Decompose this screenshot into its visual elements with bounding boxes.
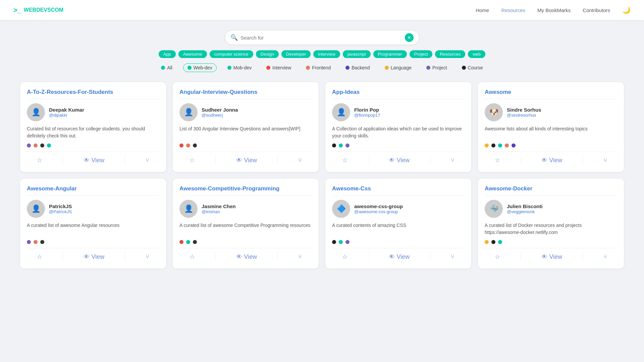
card-dot (498, 143, 502, 147)
author-handle[interactable]: @sudheerj (202, 113, 238, 118)
divider (583, 253, 583, 261)
fork-button[interactable]: ⑂ (296, 252, 305, 262)
tag-web[interactable]: web (468, 50, 485, 58)
author-info: Jasmine Chen@lnishan (202, 203, 236, 214)
nav-resources[interactable]: Resources (501, 7, 525, 13)
divider (63, 253, 63, 261)
logo-icon: >_ (13, 6, 21, 14)
filter-language[interactable]: Language (381, 64, 416, 72)
tag-programmer[interactable]: Programmer (373, 50, 407, 58)
star-button[interactable]: ☆ (339, 155, 350, 165)
card-dots (27, 143, 159, 147)
divider (430, 156, 430, 164)
star-button[interactable]: ☆ (34, 155, 45, 165)
card-dots (179, 240, 312, 244)
card-title[interactable]: A-To-Z-Resources-For-Students (27, 89, 159, 99)
view-button[interactable]: 👁View (539, 156, 565, 165)
tag-javascript[interactable]: javascript (343, 50, 371, 58)
card-author: 👤Sudheer Jonna@sudheerj (179, 103, 312, 121)
fork-button[interactable]: ⑂ (601, 156, 610, 165)
author-handle[interactable]: @PatrickJS (49, 209, 72, 214)
card-title[interactable]: Awesome-Angular (27, 185, 159, 196)
tag-interview[interactable]: interview (313, 50, 340, 58)
fork-icon: ⑂ (298, 253, 302, 260)
filter-all[interactable]: All (157, 64, 176, 72)
nav-contributors[interactable]: Contributors (583, 7, 610, 13)
tag-app[interactable]: App (159, 50, 176, 58)
view-button[interactable]: 👁View (386, 156, 413, 165)
fork-button[interactable]: ⑂ (601, 252, 610, 262)
tag-resources[interactable]: Resources (435, 50, 465, 58)
author-info: Deepak Kumar@dipakkr (49, 107, 84, 118)
author-name: Florin Pop (354, 107, 380, 113)
card-5: Awesome-Competitive-Programming👤Jasmine … (173, 179, 319, 268)
card-dot (491, 143, 495, 147)
star-icon: ☆ (37, 253, 42, 260)
view-button[interactable]: 👁View (81, 252, 107, 262)
tag-project[interactable]: Project (410, 50, 432, 58)
author-name: Deepak Kumar (49, 107, 84, 113)
view-label: View (397, 157, 410, 164)
view-label: View (92, 157, 105, 164)
tag-developer[interactable]: Developer (281, 50, 311, 58)
tag-awesome[interactable]: Awesome (178, 50, 207, 58)
card-title[interactable]: Awesome-Css (332, 185, 465, 196)
fork-button[interactable]: ⑂ (448, 252, 457, 262)
star-button[interactable]: ☆ (187, 252, 198, 262)
star-button[interactable]: ☆ (492, 155, 503, 165)
card-description: Curated list of resources for college st… (27, 125, 159, 139)
dark-mode-toggle[interactable]: 🌙 (622, 6, 631, 14)
nav-bookmarks[interactable]: My BookMarks (537, 7, 571, 13)
search-input[interactable] (240, 35, 402, 41)
filter-project[interactable]: Project (422, 64, 451, 72)
nav-home[interactable]: Home (476, 7, 489, 13)
author-handle[interactable]: @lnishan (202, 209, 236, 214)
card-actions: ☆👁View⑂ (27, 152, 159, 165)
fork-button[interactable]: ⑂ (143, 252, 152, 262)
author-handle[interactable]: @florinpop17 (354, 113, 380, 118)
star-button[interactable]: ☆ (187, 155, 198, 165)
view-button[interactable]: 👁View (233, 252, 260, 262)
author-handle[interactable]: @dipakkr (49, 113, 84, 118)
fork-button[interactable]: ⑂ (296, 156, 305, 165)
filter-backend[interactable]: Backend (341, 64, 374, 72)
card-title[interactable]: Awesome-Docker (485, 185, 617, 196)
view-button[interactable]: 👁View (386, 252, 413, 262)
star-button[interactable]: ☆ (339, 252, 350, 262)
filter-web-dev[interactable]: Web-dev (183, 63, 217, 72)
card-title[interactable]: App-Ideas (332, 89, 465, 99)
author-handle[interactable]: @awesome-css-group (354, 209, 403, 214)
filter-interview[interactable]: Interview (262, 64, 295, 72)
card-title[interactable]: Awesome (485, 89, 617, 99)
star-button[interactable]: ☆ (492, 252, 503, 262)
author-info: Florin Pop@florinpop17 (354, 107, 380, 118)
fork-icon: ⑂ (451, 253, 454, 260)
star-icon: ☆ (342, 157, 347, 164)
card-dot (40, 143, 44, 147)
logo[interactable]: >_ WEBDEVSCOM (13, 6, 63, 14)
card-title[interactable]: Angular-Interview-Questions (179, 89, 312, 99)
avatar: 👤 (179, 103, 198, 121)
fork-button[interactable]: ⑂ (143, 156, 152, 165)
tag-design[interactable]: Design (256, 50, 279, 58)
filter-frontend[interactable]: Frontend (302, 64, 335, 72)
card-description: A Collection of application ideas which … (332, 125, 465, 139)
filter-dot (266, 66, 270, 70)
fork-icon: ⑂ (451, 157, 454, 164)
star-button[interactable]: ☆ (34, 252, 45, 262)
filter-mob-dev[interactable]: Mob-dev (223, 64, 256, 72)
filter-course[interactable]: Course (458, 64, 487, 72)
view-button[interactable]: 👁View (81, 156, 107, 165)
view-button[interactable]: 👁View (233, 156, 260, 165)
card-title[interactable]: Awesome-Competitive-Programming (179, 185, 312, 196)
card-dot (186, 143, 190, 147)
card-actions: ☆👁View⑂ (179, 152, 312, 165)
author-handle[interactable]: @veggiemonk (507, 209, 543, 214)
author-handle[interactable]: @sindresorhus (507, 113, 541, 118)
tag-computer-science[interactable]: computer science (210, 50, 253, 58)
view-button[interactable]: 👁View (539, 252, 565, 262)
card-dot (193, 240, 197, 244)
search-clear-button[interactable]: ✕ (405, 33, 414, 42)
fork-button[interactable]: ⑂ (448, 156, 457, 165)
card-6: Awesome-Css🔷awesome-css-group@awesome-cs… (325, 179, 471, 268)
